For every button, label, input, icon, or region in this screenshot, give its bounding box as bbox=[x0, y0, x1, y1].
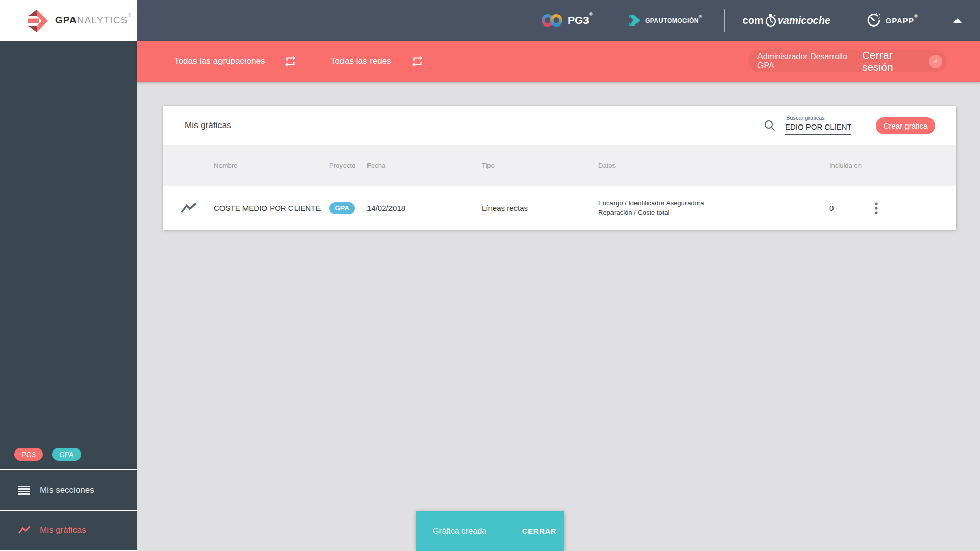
logout-button[interactable]: Cerrar sesión bbox=[862, 49, 924, 73]
redes-selector-label[interactable]: Todas las redes bbox=[331, 56, 391, 66]
sidebar-item-mis-graficas[interactable]: Mis gráficas bbox=[0, 510, 137, 550]
table-row[interactable]: COSTE MEDIO POR CLIENTE GPA 14/02/2018 L… bbox=[163, 186, 956, 230]
divider bbox=[848, 9, 848, 32]
gpapp-logo: GPAPP® bbox=[866, 13, 918, 28]
sidebar-item-label: Mis gráficas bbox=[40, 525, 86, 535]
current-user-label: Administrador Desarrollo GPA bbox=[757, 52, 862, 70]
column-header-datos: Datos bbox=[598, 162, 829, 169]
pg3-badge[interactable]: PG3 bbox=[14, 448, 43, 461]
row-actions bbox=[860, 202, 956, 214]
divider bbox=[936, 9, 936, 32]
row-proyecto: GPA bbox=[329, 202, 367, 214]
collapse-topbar-icon[interactable] bbox=[953, 18, 962, 23]
column-header-nombre: Nombre bbox=[214, 162, 329, 169]
comprobamicoche-post-label: vamicoche bbox=[778, 15, 830, 27]
swap-redes-icon[interactable] bbox=[411, 55, 424, 68]
gpanalytics-logo: GPANALYTICS® bbox=[0, 0, 137, 41]
logout-close-icon[interactable]: × bbox=[929, 55, 942, 68]
snackbar: Gráfica creada CERRAR bbox=[416, 511, 564, 551]
comprobamicoche-pre-label: com bbox=[743, 15, 764, 27]
top-app-bar: PG3® GPAUTOMOCIÓN® com vamicoche bbox=[0, 0, 980, 41]
swap-agrupaciones-icon[interactable] bbox=[284, 55, 297, 68]
gpapp-gauge-icon bbox=[866, 13, 881, 28]
gpanalytics-wordmark: GPANALYTICS® bbox=[55, 15, 132, 26]
row-menu-icon[interactable] bbox=[870, 202, 883, 214]
pg3-label: PG3® bbox=[568, 14, 593, 27]
filter-bar: Todas las agrupaciones Todas las redes A… bbox=[137, 41, 980, 82]
page-title: Mis gráficas bbox=[163, 120, 231, 131]
row-chart-type-icon bbox=[163, 202, 214, 215]
sidebar-item-label: Mis secciones bbox=[40, 485, 94, 495]
divider bbox=[610, 9, 610, 32]
session-pill: Administrador Desarrollo GPA Cerrar sesi… bbox=[748, 50, 946, 72]
gpa-badge[interactable]: GPA bbox=[52, 448, 81, 461]
column-header-tipo: Tipo bbox=[482, 162, 598, 169]
search-field-label: Buscar gráficas bbox=[786, 115, 825, 121]
card-header: Mis gráficas Buscar gráficas EDIO POR CL… bbox=[163, 106, 956, 145]
row-tipo: Líneas rectas bbox=[482, 204, 598, 212]
gpapp-label: GPAPP® bbox=[886, 16, 918, 25]
zigzag-line-icon bbox=[181, 202, 197, 215]
column-header-fecha: Fecha bbox=[367, 162, 482, 169]
snackbar-message: Gráfica creada bbox=[433, 527, 486, 536]
divider bbox=[724, 9, 725, 32]
search-input[interactable]: EDIO POR CLIENTE bbox=[785, 122, 851, 135]
gpautomocion-arrow-icon bbox=[628, 14, 641, 27]
filter-selectors: Todas las agrupaciones Todas las redes bbox=[137, 55, 424, 68]
stopwatch-icon bbox=[765, 14, 777, 27]
row-fecha: 14/02/2018 bbox=[367, 204, 482, 212]
column-header-proyecto: Proyecto bbox=[329, 162, 367, 169]
project-badges: PG3 GPA bbox=[14, 448, 81, 461]
project-badge: GPA bbox=[329, 202, 355, 214]
pg3-infinity-icon bbox=[541, 13, 564, 28]
gpautomocion-logo: GPAUTOMOCIÓN® bbox=[628, 14, 707, 27]
mis-graficas-card: Mis gráficas Buscar gráficas EDIO POR CL… bbox=[163, 106, 956, 230]
row-incluida-en: 0 bbox=[829, 204, 860, 212]
column-header-incluida-en: Incluida en bbox=[829, 162, 860, 169]
search-field[interactable]: Buscar gráficas EDIO POR CLIENTE bbox=[785, 122, 851, 135]
sidebar: PG3 GPA Mis secciones Mis gráficas bbox=[0, 41, 137, 551]
snackbar-close-button[interactable]: CERRAR bbox=[522, 527, 556, 535]
gpanalytics-arrow-icon bbox=[23, 8, 49, 33]
create-chart-button[interactable]: Crear gráfica bbox=[876, 117, 935, 134]
card-header-actions: Buscar gráficas EDIO POR CLIENTE Crear g… bbox=[764, 116, 956, 135]
table-header: Nombre Proyecto Fecha Tipo Datos Incluid… bbox=[163, 145, 956, 186]
search-icon[interactable] bbox=[764, 119, 776, 132]
sidebar-item-mis-secciones[interactable]: Mis secciones bbox=[0, 470, 137, 511]
pg3-logo: PG3® bbox=[541, 13, 593, 28]
row-datos: Encargo / Identificador Aseguradora Repa… bbox=[598, 198, 829, 218]
partner-logo-strip: PG3® GPAUTOMOCIÓN® com vamicoche bbox=[541, 0, 962, 41]
comprobamicoche-logo: com vamicoche bbox=[743, 14, 831, 27]
sections-list-icon bbox=[18, 485, 31, 495]
row-nombre: COSTE MEDIO POR CLIENTE bbox=[214, 204, 329, 212]
line-chart-icon bbox=[18, 525, 31, 535]
agrupaciones-selector-label[interactable]: Todas las agrupaciones bbox=[174, 56, 265, 66]
gpautomocion-label: GPAUTOMOCIÓN® bbox=[645, 17, 702, 24]
